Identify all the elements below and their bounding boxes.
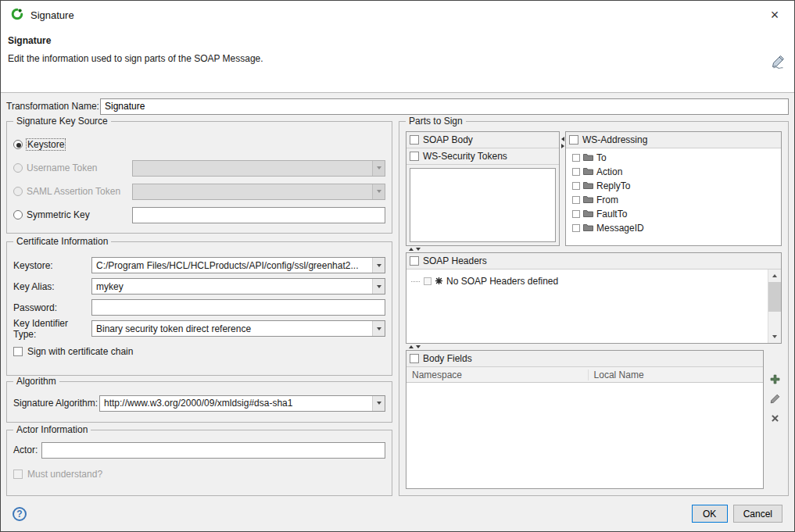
tree-item-messageid[interactable]: MessageID [566, 221, 781, 235]
keystore-combo[interactable]: C:/Program Files/HCL/HCLProducts/API/con… [91, 257, 385, 273]
column-header-local-name[interactable]: Local Name [589, 370, 763, 380]
tree-connector [411, 281, 420, 282]
tree-item-action[interactable]: Action [566, 165, 781, 179]
checkbox[interactable] [424, 277, 432, 285]
soap-body-label[interactable]: SOAP Body [423, 134, 473, 145]
chevron-down-icon[interactable] [372, 321, 385, 336]
sign-with-certificate-chain-checkbox[interactable] [13, 347, 23, 356]
symmetric-key-radio-label[interactable]: Symmetric Key [27, 209, 90, 220]
username-token-combo[interactable] [132, 160, 385, 177]
group-title: Parts to Sign [406, 116, 466, 127]
key-identifier-type-row: Key Identifier Type: Binary security tok… [13, 318, 385, 339]
vertical-scrollbar[interactable] [768, 270, 781, 343]
collapse-left-icon[interactable] [561, 137, 564, 141]
sign-with-certificate-chain-label[interactable]: Sign with certificate chain [27, 346, 133, 357]
no-soap-headers-row[interactable]: No SOAP Headers defined [406, 274, 768, 288]
key-identifier-type-combo[interactable]: Binary security token direct reference [91, 320, 385, 337]
folder-icon [583, 223, 593, 234]
soap-headers-checkbox[interactable] [410, 256, 419, 266]
ws-addressing-checkbox[interactable] [569, 135, 578, 145]
tree-item-from[interactable]: From [566, 193, 781, 207]
soap-body-header: SOAP Body [406, 132, 559, 148]
body-fields-checkbox[interactable] [410, 354, 419, 363]
body-fields-table-body[interactable] [406, 383, 763, 488]
collapse-down-icon[interactable] [416, 248, 421, 251]
scroll-up-icon[interactable] [768, 270, 781, 282]
checkbox[interactable] [572, 154, 580, 162]
signature-algorithm-label: Signature Algorithm: [13, 398, 99, 409]
chevron-down-icon[interactable] [372, 279, 385, 294]
scroll-down-icon[interactable] [768, 330, 781, 343]
checkbox[interactable] [572, 182, 580, 190]
close-icon[interactable]: × [763, 5, 786, 25]
left-column: Signature Key Source Keystore Username T… [6, 121, 392, 496]
edit-pencil-icon[interactable] [769, 393, 781, 405]
key-alias-row: Key Alias: mykey [13, 276, 385, 297]
tree-item-label: From [596, 195, 618, 205]
keystore-radio-label[interactable]: Keystore [27, 139, 65, 150]
username-token-radio[interactable] [13, 163, 23, 173]
keystore-radio[interactable] [13, 140, 23, 149]
body-fields-label[interactable]: Body Fields [423, 353, 472, 364]
ws-security-tokens-label[interactable]: WS-Security Tokens [423, 151, 507, 162]
group-title: Algorithm [13, 376, 59, 387]
signature-edit-icon [771, 54, 786, 72]
tree-item-to[interactable]: To [566, 151, 781, 165]
asterisk-icon [435, 276, 442, 287]
vertical-splitter[interactable] [560, 131, 565, 246]
saml-token-radio[interactable] [13, 187, 23, 196]
tree-item-replyto[interactable]: ReplyTo [566, 179, 781, 193]
body-fields-section: Body Fields Namespace Local Name [406, 350, 782, 489]
app-icon [10, 7, 24, 23]
ws-security-tokens-list[interactable] [410, 168, 556, 242]
chevron-down-icon[interactable] [372, 396, 385, 411]
delete-x-icon[interactable] [769, 412, 781, 424]
body-fields-panel: Body Fields Namespace Local Name [406, 350, 764, 489]
soap-headers-panel: SOAP Headers No SOAP Headers defined [406, 252, 782, 344]
checkbox[interactable] [572, 196, 580, 204]
checkbox[interactable] [572, 210, 580, 218]
soap-body-checkbox[interactable] [410, 135, 419, 145]
transformation-name-input[interactable] [100, 98, 789, 115]
column-header-namespace[interactable]: Namespace [406, 370, 589, 380]
soap-headers-label[interactable]: SOAP Headers [423, 255, 487, 266]
ok-button[interactable]: OK [692, 505, 728, 523]
horizontal-splitter[interactable] [406, 344, 782, 350]
keystore-label: Keystore: [13, 260, 91, 271]
horizontal-splitter[interactable] [406, 246, 782, 252]
add-icon[interactable] [769, 373, 781, 385]
cancel-button[interactable]: Cancel [733, 505, 782, 523]
symmetric-key-option-row: Symmetric Key [13, 203, 385, 227]
group-actor-information: Actor Information Actor: Must understand… [6, 430, 392, 496]
keystore-combo-value: C:/Program Files/HCL/HCLProducts/API/con… [92, 260, 372, 271]
chevron-down-icon[interactable] [372, 258, 385, 273]
group-parts-to-sign: Parts to Sign SOAP Body WS-Security Toke… [399, 121, 789, 496]
ws-security-tokens-checkbox[interactable] [410, 152, 419, 161]
tree-item-faultto[interactable]: FaultTo [566, 207, 781, 221]
collapse-up-icon[interactable] [409, 345, 414, 348]
symmetric-key-input[interactable] [132, 207, 385, 223]
checkbox[interactable] [572, 168, 580, 176]
saml-token-combo[interactable] [132, 184, 385, 200]
keystore-row: Keystore: C:/Program Files/HCL/HCLProduc… [13, 255, 385, 276]
checkbox[interactable] [572, 224, 580, 232]
collapse-up-icon[interactable] [409, 248, 414, 251]
parts-top-split: SOAP Body WS-Security Tokens [406, 131, 782, 246]
ws-addressing-label[interactable]: WS-Addressing [582, 134, 647, 145]
collapse-down-icon[interactable] [416, 345, 421, 348]
help-icon[interactable]: ? [13, 507, 27, 521]
must-understand-checkbox[interactable] [13, 470, 23, 479]
scrollbar-track[interactable] [768, 312, 781, 330]
key-alias-combo[interactable]: mykey [91, 278, 385, 295]
dialog-footer: ? OK Cancel [6, 496, 789, 531]
collapse-right-icon[interactable] [561, 144, 564, 148]
tree-item-label: ReplyTo [596, 180, 630, 191]
signature-algorithm-combo[interactable]: http://www.w3.org/2000/09/xmldsig#dsa-sh… [99, 395, 385, 412]
password-input[interactable] [91, 299, 385, 316]
scrollbar-thumb[interactable] [768, 282, 781, 312]
must-understand-row: Must understand? [13, 465, 385, 484]
soap-headers-content: No SOAP Headers defined [406, 270, 781, 343]
actor-input[interactable] [41, 442, 385, 459]
symmetric-key-radio[interactable] [13, 210, 23, 220]
signature-algorithm-combo-value: http://www.w3.org/2000/09/xmldsig#dsa-sh… [100, 398, 372, 409]
